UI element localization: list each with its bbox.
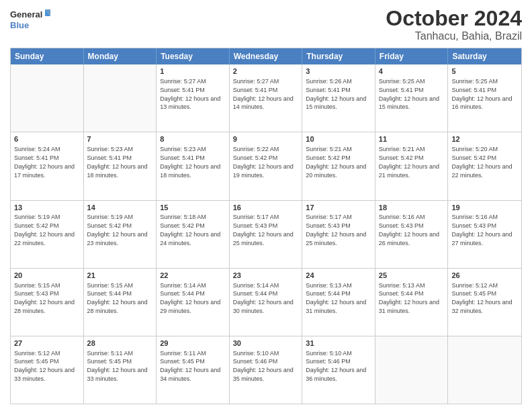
calendar-body: 1Sunrise: 5:27 AMSunset: 5:41 PMDaylight… — [11, 64, 521, 404]
cell-text: Sunrise: 5:11 AMSunset: 5:45 PMDaylight:… — [160, 350, 220, 382]
col-header-friday: Friday — [375, 48, 449, 64]
cell-text: Sunrise: 5:25 AMSunset: 5:41 PMDaylight:… — [451, 78, 512, 110]
calendar-cell: 9Sunrise: 5:22 AMSunset: 5:42 PMDaylight… — [230, 132, 303, 199]
calendar-header: SundayMondayTuesdayWednesdayThursdayFrid… — [11, 48, 521, 64]
day-number: 16 — [233, 203, 299, 213]
cell-text: Sunrise: 5:16 AMSunset: 5:43 PMDaylight:… — [379, 214, 439, 246]
day-number: 18 — [379, 203, 445, 213]
logo-svg: General Blue — [10, 7, 50, 32]
calendar-cell: 15Sunrise: 5:18 AMSunset: 5:42 PMDayligh… — [157, 201, 230, 268]
calendar-cell: 26Sunrise: 5:12 AMSunset: 5:45 PMDayligh… — [448, 269, 521, 336]
day-number: 24 — [306, 271, 371, 281]
cell-text: Sunrise: 5:25 AMSunset: 5:41 PMDaylight:… — [379, 78, 439, 110]
calendar-cell: 31Sunrise: 5:10 AMSunset: 5:46 PMDayligh… — [302, 336, 375, 404]
calendar-cell — [448, 336, 521, 404]
calendar-cell: 25Sunrise: 5:13 AMSunset: 5:44 PMDayligh… — [375, 269, 449, 336]
day-number: 12 — [451, 134, 518, 144]
calendar-row: 6Sunrise: 5:24 AMSunset: 5:41 PMDaylight… — [11, 132, 521, 200]
calendar-cell: 20Sunrise: 5:15 AMSunset: 5:43 PMDayligh… — [11, 269, 84, 336]
calendar-cell: 23Sunrise: 5:14 AMSunset: 5:44 PMDayligh… — [230, 269, 303, 336]
calendar-cell — [375, 336, 449, 404]
day-number: 17 — [306, 203, 371, 213]
cell-text: Sunrise: 5:16 AMSunset: 5:43 PMDaylight:… — [451, 214, 512, 246]
day-number: 6 — [14, 134, 80, 144]
calendar-cell: 14Sunrise: 5:19 AMSunset: 5:42 PMDayligh… — [84, 201, 157, 268]
day-number: 11 — [379, 134, 445, 144]
calendar-cell: 7Sunrise: 5:23 AMSunset: 5:41 PMDaylight… — [84, 132, 157, 199]
calendar-cell: 12Sunrise: 5:20 AMSunset: 5:42 PMDayligh… — [448, 132, 521, 199]
cell-text: Sunrise: 5:13 AMSunset: 5:44 PMDaylight:… — [306, 282, 366, 314]
calendar-cell: 17Sunrise: 5:17 AMSunset: 5:43 PMDayligh… — [302, 201, 375, 268]
cell-text: Sunrise: 5:23 AMSunset: 5:41 PMDaylight:… — [87, 146, 148, 178]
day-number: 30 — [233, 338, 299, 349]
cell-text: Sunrise: 5:21 AMSunset: 5:42 PMDaylight:… — [379, 146, 439, 178]
cell-text: Sunrise: 5:19 AMSunset: 5:42 PMDaylight:… — [14, 214, 75, 246]
day-number: 2 — [233, 66, 299, 77]
col-header-monday: Monday — [84, 48, 157, 64]
day-number: 7 — [87, 134, 153, 144]
calendar-cell: 1Sunrise: 5:27 AMSunset: 5:41 PMDaylight… — [157, 64, 230, 132]
calendar-cell: 11Sunrise: 5:21 AMSunset: 5:42 PMDayligh… — [375, 132, 449, 199]
cell-text: Sunrise: 5:17 AMSunset: 5:43 PMDaylight:… — [233, 214, 294, 246]
cell-text: Sunrise: 5:14 AMSunset: 5:44 PMDaylight:… — [233, 282, 294, 314]
svg-text:Blue: Blue — [10, 20, 29, 30]
cell-text: Sunrise: 5:12 AMSunset: 5:45 PMDaylight:… — [14, 350, 75, 382]
calendar-cell: 16Sunrise: 5:17 AMSunset: 5:43 PMDayligh… — [230, 201, 303, 268]
day-number: 21 — [87, 271, 153, 281]
calendar-cell: 10Sunrise: 5:21 AMSunset: 5:42 PMDayligh… — [302, 132, 375, 199]
day-number: 29 — [160, 338, 226, 349]
day-number: 13 — [14, 203, 80, 213]
logo: General Blue — [10, 7, 50, 32]
calendar-cell: 8Sunrise: 5:23 AMSunset: 5:41 PMDaylight… — [157, 132, 230, 199]
page: General Blue October 2024 Tanhacu, Bahia… — [0, 0, 532, 411]
day-number: 26 — [451, 271, 518, 281]
calendar: SundayMondayTuesdayWednesdayThursdayFrid… — [10, 48, 522, 404]
title-section: October 2024 Tanhacu, Bahia, Brazil — [386, 7, 522, 42]
cell-text: Sunrise: 5:15 AMSunset: 5:43 PMDaylight:… — [14, 282, 75, 314]
col-header-sunday: Sunday — [11, 48, 84, 64]
calendar-cell — [84, 64, 157, 132]
day-number: 1 — [160, 66, 226, 77]
col-header-saturday: Saturday — [448, 48, 521, 64]
cell-text: Sunrise: 5:23 AMSunset: 5:41 PMDaylight:… — [160, 146, 220, 178]
calendar-cell: 22Sunrise: 5:14 AMSunset: 5:44 PMDayligh… — [157, 269, 230, 336]
calendar-cell: 18Sunrise: 5:16 AMSunset: 5:43 PMDayligh… — [375, 201, 449, 268]
calendar-cell: 5Sunrise: 5:25 AMSunset: 5:41 PMDaylight… — [448, 64, 521, 132]
cell-text: Sunrise: 5:26 AMSunset: 5:41 PMDaylight:… — [306, 78, 366, 110]
cell-text: Sunrise: 5:13 AMSunset: 5:44 PMDaylight:… — [379, 282, 439, 314]
day-number: 3 — [306, 66, 371, 77]
cell-text: Sunrise: 5:14 AMSunset: 5:44 PMDaylight:… — [160, 282, 220, 314]
day-number: 19 — [451, 203, 518, 213]
day-number: 22 — [160, 271, 226, 281]
cell-text: Sunrise: 5:27 AMSunset: 5:41 PMDaylight:… — [233, 78, 294, 110]
cell-text: Sunrise: 5:19 AMSunset: 5:42 PMDaylight:… — [87, 214, 148, 246]
calendar-row: 20Sunrise: 5:15 AMSunset: 5:43 PMDayligh… — [11, 269, 521, 336]
cell-text: Sunrise: 5:15 AMSunset: 5:44 PMDaylight:… — [87, 282, 148, 314]
cell-text: Sunrise: 5:24 AMSunset: 5:41 PMDaylight:… — [14, 146, 75, 178]
day-number: 28 — [87, 338, 153, 349]
calendar-cell: 19Sunrise: 5:16 AMSunset: 5:43 PMDayligh… — [448, 201, 521, 268]
day-number: 15 — [160, 203, 226, 213]
calendar-cell: 21Sunrise: 5:15 AMSunset: 5:44 PMDayligh… — [84, 269, 157, 336]
day-number: 20 — [14, 271, 80, 281]
cell-text: Sunrise: 5:18 AMSunset: 5:42 PMDaylight:… — [160, 214, 220, 246]
cell-text: Sunrise: 5:22 AMSunset: 5:42 PMDaylight:… — [233, 146, 294, 178]
calendar-cell: 30Sunrise: 5:10 AMSunset: 5:46 PMDayligh… — [230, 336, 303, 404]
day-number: 9 — [233, 134, 299, 144]
day-number: 14 — [87, 203, 153, 213]
day-number: 31 — [306, 338, 371, 349]
day-number: 4 — [379, 66, 445, 77]
calendar-cell: 24Sunrise: 5:13 AMSunset: 5:44 PMDayligh… — [302, 269, 375, 336]
header: General Blue October 2024 Tanhacu, Bahia… — [10, 7, 522, 42]
cell-text: Sunrise: 5:20 AMSunset: 5:42 PMDaylight:… — [451, 146, 512, 178]
calendar-row: 13Sunrise: 5:19 AMSunset: 5:42 PMDayligh… — [11, 201, 521, 269]
calendar-cell: 4Sunrise: 5:25 AMSunset: 5:41 PMDaylight… — [375, 64, 449, 132]
calendar-cell: 29Sunrise: 5:11 AMSunset: 5:45 PMDayligh… — [157, 336, 230, 404]
calendar-cell: 3Sunrise: 5:26 AMSunset: 5:41 PMDaylight… — [302, 64, 375, 132]
day-number: 5 — [451, 66, 518, 77]
calendar-cell: 6Sunrise: 5:24 AMSunset: 5:41 PMDaylight… — [11, 132, 84, 199]
cell-text: Sunrise: 5:10 AMSunset: 5:46 PMDaylight:… — [306, 350, 366, 382]
cell-text: Sunrise: 5:21 AMSunset: 5:42 PMDaylight:… — [306, 146, 366, 178]
day-number: 25 — [379, 271, 445, 281]
col-header-tuesday: Tuesday — [157, 48, 230, 64]
